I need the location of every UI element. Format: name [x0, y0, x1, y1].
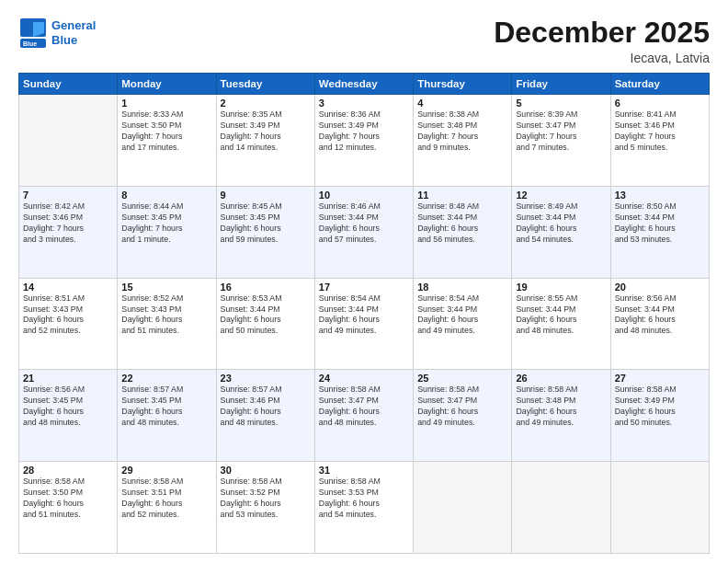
day-info: Sunrise: 8:38 AM Sunset: 3:48 PM Dayligh… — [417, 109, 507, 154]
day-number: 2 — [221, 98, 311, 109]
day-info: Sunrise: 8:41 AM Sunset: 3:46 PM Dayligh… — [615, 109, 705, 154]
day-number: 5 — [516, 98, 606, 109]
day-info: Sunrise: 8:54 AM Sunset: 3:44 PM Dayligh… — [319, 293, 409, 338]
calendar-cell: 12Sunrise: 8:49 AM Sunset: 3:44 PM Dayli… — [512, 186, 610, 278]
day-number: 6 — [615, 98, 705, 109]
calendar-cell: 13Sunrise: 8:50 AM Sunset: 3:44 PM Dayli… — [610, 186, 709, 278]
day-number: 14 — [23, 282, 113, 293]
day-info: Sunrise: 8:58 AM Sunset: 3:52 PM Dayligh… — [221, 477, 311, 521]
column-header-tuesday: Tuesday — [216, 74, 314, 95]
calendar-cell: 20Sunrise: 8:56 AM Sunset: 3:44 PM Dayli… — [610, 278, 709, 370]
day-info: Sunrise: 8:56 AM Sunset: 3:44 PM Dayligh… — [615, 293, 705, 338]
day-info: Sunrise: 8:33 AM Sunset: 3:50 PM Dayligh… — [121, 109, 211, 154]
calendar-cell: 30Sunrise: 8:58 AM Sunset: 3:52 PM Dayli… — [216, 462, 314, 554]
day-info: Sunrise: 8:44 AM Sunset: 3:45 PM Dayligh… — [121, 201, 211, 246]
calendar-cell: 14Sunrise: 8:51 AM Sunset: 3:43 PM Dayli… — [19, 278, 118, 370]
day-info: Sunrise: 8:56 AM Sunset: 3:45 PM Dayligh… — [23, 385, 113, 429]
day-info: Sunrise: 8:54 AM Sunset: 3:44 PM Dayligh… — [417, 293, 507, 338]
calendar-cell: 3Sunrise: 8:36 AM Sunset: 3:49 PM Daylig… — [314, 95, 413, 187]
calendar-header-row: SundayMondayTuesdayWednesdayThursdayFrid… — [19, 74, 710, 95]
calendar-cell: 31Sunrise: 8:58 AM Sunset: 3:53 PM Dayli… — [314, 462, 413, 554]
day-number: 31 — [319, 465, 409, 476]
day-number: 13 — [615, 190, 705, 201]
day-info: Sunrise: 8:49 AM Sunset: 3:44 PM Dayligh… — [516, 201, 606, 246]
logo-icon: Blue — [18, 17, 48, 50]
calendar-cell: 17Sunrise: 8:54 AM Sunset: 3:44 PM Dayli… — [314, 278, 413, 370]
column-header-saturday: Saturday — [610, 74, 709, 95]
page: Blue General Blue December 2025 Iecava, … — [0, 0, 728, 563]
calendar-cell: 18Sunrise: 8:54 AM Sunset: 3:44 PM Dayli… — [414, 278, 512, 370]
calendar-cell: 5Sunrise: 8:39 AM Sunset: 3:47 PM Daylig… — [512, 95, 610, 187]
calendar-cell: 28Sunrise: 8:58 AM Sunset: 3:50 PM Dayli… — [19, 462, 118, 554]
day-info: Sunrise: 8:50 AM Sunset: 3:44 PM Dayligh… — [615, 201, 705, 246]
calendar-title: December 2025 — [494, 17, 710, 49]
day-info: Sunrise: 8:35 AM Sunset: 3:49 PM Dayligh… — [221, 109, 311, 154]
calendar-cell: 23Sunrise: 8:57 AM Sunset: 3:46 PM Dayli… — [216, 370, 314, 462]
day-info: Sunrise: 8:46 AM Sunset: 3:44 PM Dayligh… — [319, 201, 409, 246]
day-number: 26 — [516, 373, 606, 384]
day-info: Sunrise: 8:58 AM Sunset: 3:49 PM Dayligh… — [615, 385, 705, 429]
calendar-cell: 26Sunrise: 8:58 AM Sunset: 3:48 PM Dayli… — [512, 370, 610, 462]
calendar-cell — [414, 462, 512, 554]
column-header-wednesday: Wednesday — [314, 74, 413, 95]
day-info: Sunrise: 8:48 AM Sunset: 3:44 PM Dayligh… — [417, 201, 507, 246]
calendar-cell: 4Sunrise: 8:38 AM Sunset: 3:48 PM Daylig… — [414, 95, 512, 187]
day-number: 9 — [221, 190, 311, 201]
calendar-cell: 11Sunrise: 8:48 AM Sunset: 3:44 PM Dayli… — [414, 186, 512, 278]
calendar-week-row: 1Sunrise: 8:33 AM Sunset: 3:50 PM Daylig… — [19, 95, 710, 187]
day-info: Sunrise: 8:58 AM Sunset: 3:53 PM Dayligh… — [319, 477, 409, 521]
day-number: 3 — [319, 98, 409, 109]
day-info: Sunrise: 8:58 AM Sunset: 3:51 PM Dayligh… — [121, 477, 211, 521]
day-info: Sunrise: 8:58 AM Sunset: 3:48 PM Dayligh… — [516, 385, 606, 429]
calendar-cell: 6Sunrise: 8:41 AM Sunset: 3:46 PM Daylig… — [610, 95, 709, 187]
calendar-cell: 21Sunrise: 8:56 AM Sunset: 3:45 PM Dayli… — [19, 370, 118, 462]
calendar-cell — [610, 462, 709, 554]
calendar-cell: 24Sunrise: 8:58 AM Sunset: 3:47 PM Dayli… — [314, 370, 413, 462]
day-number: 25 — [417, 373, 507, 384]
calendar-cell: 15Sunrise: 8:52 AM Sunset: 3:43 PM Dayli… — [118, 278, 216, 370]
column-header-monday: Monday — [118, 74, 216, 95]
calendar-week-row: 14Sunrise: 8:51 AM Sunset: 3:43 PM Dayli… — [19, 278, 710, 370]
day-info: Sunrise: 8:51 AM Sunset: 3:43 PM Dayligh… — [23, 293, 113, 338]
day-number: 22 — [121, 373, 211, 384]
logo-text-general: General — [51, 18, 96, 33]
calendar-cell: 25Sunrise: 8:58 AM Sunset: 3:47 PM Dayli… — [414, 370, 512, 462]
day-info: Sunrise: 8:58 AM Sunset: 3:50 PM Dayligh… — [23, 477, 113, 521]
calendar-cell: 27Sunrise: 8:58 AM Sunset: 3:49 PM Dayli… — [610, 370, 709, 462]
calendar-cell — [512, 462, 610, 554]
calendar-cell: 2Sunrise: 8:35 AM Sunset: 3:49 PM Daylig… — [216, 95, 314, 187]
day-info: Sunrise: 8:58 AM Sunset: 3:47 PM Dayligh… — [417, 385, 507, 429]
day-number: 19 — [516, 282, 606, 293]
calendar-cell: 16Sunrise: 8:53 AM Sunset: 3:44 PM Dayli… — [216, 278, 314, 370]
day-number: 12 — [516, 190, 606, 201]
day-number: 30 — [221, 465, 311, 476]
day-number: 4 — [417, 98, 507, 109]
column-header-sunday: Sunday — [19, 74, 118, 95]
day-info: Sunrise: 8:52 AM Sunset: 3:43 PM Dayligh… — [121, 293, 211, 338]
day-number: 16 — [221, 282, 311, 293]
calendar-week-row: 7Sunrise: 8:42 AM Sunset: 3:46 PM Daylig… — [19, 186, 710, 278]
calendar-cell: 29Sunrise: 8:58 AM Sunset: 3:51 PM Dayli… — [118, 462, 216, 554]
day-number: 7 — [23, 190, 113, 201]
day-info: Sunrise: 8:57 AM Sunset: 3:45 PM Dayligh… — [121, 385, 211, 429]
column-header-thursday: Thursday — [414, 74, 512, 95]
title-block: December 2025 Iecava, Latvia — [494, 17, 710, 65]
day-number: 27 — [615, 373, 705, 384]
calendar-cell: 9Sunrise: 8:45 AM Sunset: 3:45 PM Daylig… — [216, 186, 314, 278]
calendar-cell: 7Sunrise: 8:42 AM Sunset: 3:46 PM Daylig… — [19, 186, 118, 278]
calendar-table: SundayMondayTuesdayWednesdayThursdayFrid… — [18, 73, 710, 554]
calendar-cell: 10Sunrise: 8:46 AM Sunset: 3:44 PM Dayli… — [314, 186, 413, 278]
day-number: 23 — [221, 373, 311, 384]
day-number: 18 — [417, 282, 507, 293]
day-number: 11 — [417, 190, 507, 201]
calendar-week-row: 28Sunrise: 8:58 AM Sunset: 3:50 PM Dayli… — [19, 462, 710, 554]
day-number: 10 — [319, 190, 409, 201]
day-info: Sunrise: 8:53 AM Sunset: 3:44 PM Dayligh… — [221, 293, 311, 338]
day-number: 17 — [319, 282, 409, 293]
day-number: 28 — [23, 465, 113, 476]
day-info: Sunrise: 8:39 AM Sunset: 3:47 PM Dayligh… — [516, 109, 606, 154]
calendar-location: Iecava, Latvia — [494, 51, 710, 65]
day-number: 20 — [615, 282, 705, 293]
day-info: Sunrise: 8:36 AM Sunset: 3:49 PM Dayligh… — [319, 109, 409, 154]
day-info: Sunrise: 8:58 AM Sunset: 3:47 PM Dayligh… — [319, 385, 409, 429]
